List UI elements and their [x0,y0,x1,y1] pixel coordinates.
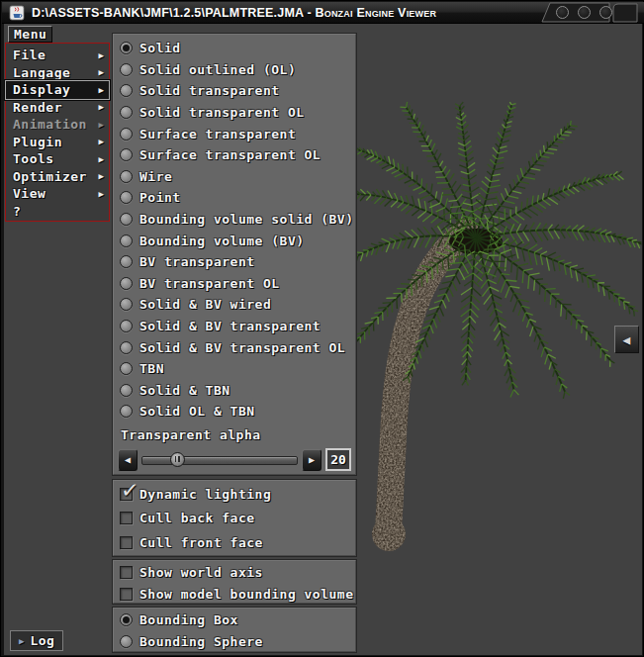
option-label: Cull back face [139,511,255,525]
alpha-slider[interactable] [141,449,298,471]
display-mode-option[interactable]: Solid & TBN [113,380,356,402]
option-label: BV transparent OL [139,276,280,291]
checkmark-icon: ✓ [120,477,139,503]
menu-item[interactable]: Langage ▶ [6,64,109,82]
menu-item-label: Animation [13,117,87,132]
viewport[interactable]: Menu File ▶ Langage ▶ Display [4,24,642,655]
menu-item-label: Plugin [13,135,62,149]
display-mode-option[interactable]: Surface transparent OL [113,144,356,166]
menu-item-label: Optimizer [13,169,87,184]
menu-item[interactable]: Plugin ▶ [6,134,109,151]
axis-option[interactable]: ✓ Show model bounding volume [113,583,356,605]
menu-item-label: Display [13,82,70,97]
option-label: Solid outlined (OL) [139,62,296,77]
slider-left-arrow-icon[interactable]: ◀ [118,449,138,471]
submenu-arrow-icon: ▶ [99,154,104,164]
checkbox-icon: ✓ [120,536,133,549]
radio-icon [120,341,133,354]
slider-track[interactable] [141,456,298,465]
display-mode-option[interactable]: Solid & BV transparent OL [113,336,356,358]
radio-icon [120,106,133,119]
radio-icon [120,148,133,161]
menu-item[interactable]: ? ▶ [6,203,109,221]
menu-item[interactable]: Tools ▶ [6,150,109,168]
option-label: Bounding Sphere [139,634,263,649]
axis-option[interactable]: ✓ Show world axis [113,561,356,583]
log-button-label: Log [30,633,54,648]
log-button[interactable]: ▶ Log [10,630,63,651]
display-mode-list: Solid Solid outlined (OL) Solid transpar… [113,38,356,422]
option-label: Point [139,190,181,205]
display-mode-option[interactable]: Solid & BV wired [113,294,356,316]
radio-icon [120,128,133,141]
bounding-option[interactable]: Bounding Box [113,610,356,631]
close-button[interactable] [599,6,612,19]
slider-right-arrow-icon[interactable]: ▶ [302,449,322,471]
radio-icon [120,277,133,290]
display-mode-option[interactable]: Point [113,187,356,209]
option-label: BV transparent [139,254,255,269]
option-label: Show world axis [139,565,263,580]
option-label: Solid OL & TBN [139,404,255,419]
submenu-arrow-icon: ▶ [99,120,104,130]
option-label: Surface transparent [139,127,296,141]
option-label: Solid transparent OL [139,105,305,120]
display-mode-option[interactable]: Surface transparent [113,123,356,144]
lighting-option[interactable]: ✓ Cull back face [113,507,356,531]
checkbox-icon: ✓ [120,512,133,524]
option-label: Show model bounding volume [139,587,354,602]
lighting-option[interactable]: ✓ Cull front face [113,530,356,555]
menu-item[interactable]: File ▶ [6,47,109,64]
slider-thumb[interactable] [170,452,185,467]
collapse-panel-button[interactable]: ◀ [614,326,639,353]
radio-icon [120,255,133,268]
radio-icon [120,84,133,97]
checkbox-icon: ✓ [120,588,133,601]
window-title: D:\ASSETS-BANK\JMF\1.2.5\PALMTREE.JMA - … [32,2,436,24]
menu-item-label: File [13,47,46,62]
menu-item[interactable]: Animation ▶ [6,116,109,134]
display-mode-option[interactable]: BV transparent [113,251,356,273]
maximize-button[interactable] [578,6,591,19]
title-bar[interactable]: D:\ASSETS-BANK\JMF\1.2.5\PALMTREE.JMA - … [2,2,644,24]
menu-item[interactable]: View ▶ [6,185,109,203]
minimize-button[interactable] [556,6,569,19]
display-mode-option[interactable]: Bounding volume (BV) [113,230,356,251]
radio-icon [120,170,133,183]
option-label: Bounding volume (BV) [139,234,305,248]
alpha-value-box: 20 [325,448,351,471]
transparent-alpha-label: Transparent alpha [121,427,261,442]
menu-item[interactable]: Display ▶ [6,81,109,99]
display-mode-option[interactable]: Solid transparent OL [113,102,356,124]
lighting-group: ✓ Dynamic lighting ✓ Cull back face ✓ Cu… [112,479,357,557]
radio-icon [120,213,133,226]
menu-button[interactable]: Menu [8,26,52,43]
submenu-arrow-icon: ▶ [99,50,104,60]
display-mode-option[interactable]: Solid OL & TBN [113,401,356,422]
display-mode-option[interactable]: TBN [113,358,356,380]
lighting-option[interactable]: ✓ Dynamic lighting [113,482,356,507]
bounding-option[interactable]: Bounding Sphere [113,631,356,653]
menu-item[interactable]: Render ▶ [6,99,109,117]
submenu-arrow-icon: ▶ [99,102,104,112]
option-label: Solid & BV transparent [139,319,321,333]
display-mode-option[interactable]: Solid outlined (OL) [113,59,356,81]
display-mode-option[interactable]: Bounding volume solid (BV) [113,209,356,231]
display-mode-option[interactable]: BV transparent OL [113,273,356,295]
transparent-alpha-row: Transparent alpha [113,425,356,445]
option-label: Dynamic lighting [139,487,271,502]
checkbox-icon: ✓ [120,566,133,579]
menu-item[interactable]: Optimizer ▶ [6,168,109,186]
option-label: TBN [139,361,164,376]
radio-icon [120,635,133,648]
display-mode-option[interactable]: Solid transparent [113,80,356,102]
radio-icon [120,298,133,311]
display-mode-option[interactable]: Solid & BV transparent [113,316,356,337]
radio-icon [120,320,133,332]
submenu-arrow-icon: ▶ [99,171,104,181]
display-mode-option[interactable]: Solid [113,38,356,59]
radio-icon [120,362,133,375]
display-mode-option[interactable]: Wire [113,166,356,188]
radio-icon [120,405,133,418]
submenu-arrow-icon: ▶ [99,67,104,77]
